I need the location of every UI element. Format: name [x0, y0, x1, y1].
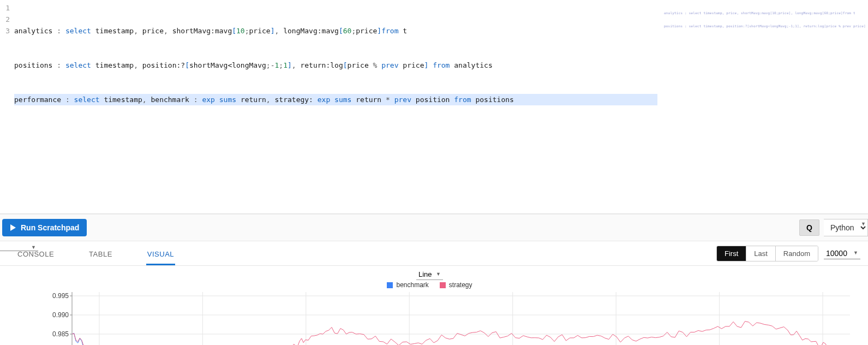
sampling-random-button[interactable]: Random — [775, 246, 818, 261]
result-tabs-row: CONSOLE TABLE VISUAL First Last Random 1… — [0, 241, 868, 266]
line-number: 1 — [0, 2, 10, 14]
editor-gutter: 1 2 3 — [0, 0, 12, 213]
chart-legend: benchmark strategy — [0, 281, 859, 289]
q-language-button[interactable]: Q — [799, 219, 819, 236]
left-axis-select[interactable] — [0, 243, 38, 251]
code-line[interactable]: positions : select timestamp, position:?… — [14, 60, 657, 71]
chart-area: Line benchmark strategy 0.9650.9700.9750… — [0, 266, 868, 345]
series-benchmark[interactable] — [72, 333, 850, 345]
svg-text:0.985: 0.985 — [52, 330, 69, 338]
svg-text:0.995: 0.995 — [52, 292, 69, 300]
left-axis-select-wrap — [0, 242, 38, 251]
result-tabs: CONSOLE TABLE VISUAL — [16, 245, 175, 265]
run-scratchpad-button[interactable]: Run Scratchpad — [2, 219, 87, 236]
play-icon — [10, 224, 16, 231]
legend-label: benchmark — [396, 281, 428, 289]
sampling-segment: First Last Random — [716, 246, 818, 261]
line-chart[interactable]: 0.9650.9700.9750.9800.9850.9900.995 12:4… — [43, 290, 855, 345]
code-line[interactable]: analytics : select timestamp, price, sho… — [14, 25, 657, 37]
sampling-last-button[interactable]: Last — [746, 246, 775, 261]
code-line-active[interactable]: performance : select timestamp, benchmar… — [14, 94, 657, 105]
legend-label: strategy — [449, 281, 472, 289]
legend-swatch-strategy — [440, 282, 446, 288]
editor-minimap[interactable]: analytics : select timestamp, price, sho… — [661, 0, 868, 213]
tab-visual[interactable]: VISUAL — [146, 245, 175, 265]
line-number: 3 — [0, 25, 10, 37]
svg-text:0.990: 0.990 — [52, 311, 69, 319]
legend-item-benchmark[interactable]: benchmark — [387, 281, 428, 289]
language-select[interactable]: Python — [824, 219, 868, 236]
sampling-first-button[interactable]: First — [717, 246, 746, 261]
editor-content[interactable]: analytics : select timestamp, price, sho… — [12, 0, 661, 213]
legend-swatch-benchmark — [387, 282, 393, 288]
row-count-select[interactable]: 10000 — [824, 248, 860, 259]
legend-item-strategy[interactable]: strategy — [440, 281, 472, 289]
chart-type-select[interactable]: Line — [416, 269, 443, 280]
tab-table[interactable]: TABLE — [88, 245, 113, 265]
line-number: 2 — [0, 14, 10, 25]
toolbar: Run Scratchpad Q Python — [0, 214, 868, 241]
code-editor[interactable]: 1 2 3 analytics : select timestamp, pric… — [0, 0, 868, 214]
series-strategy[interactable] — [72, 322, 850, 345]
run-button-label: Run Scratchpad — [21, 223, 79, 232]
sampling-controls: First Last Random 10000 — [716, 246, 860, 265]
